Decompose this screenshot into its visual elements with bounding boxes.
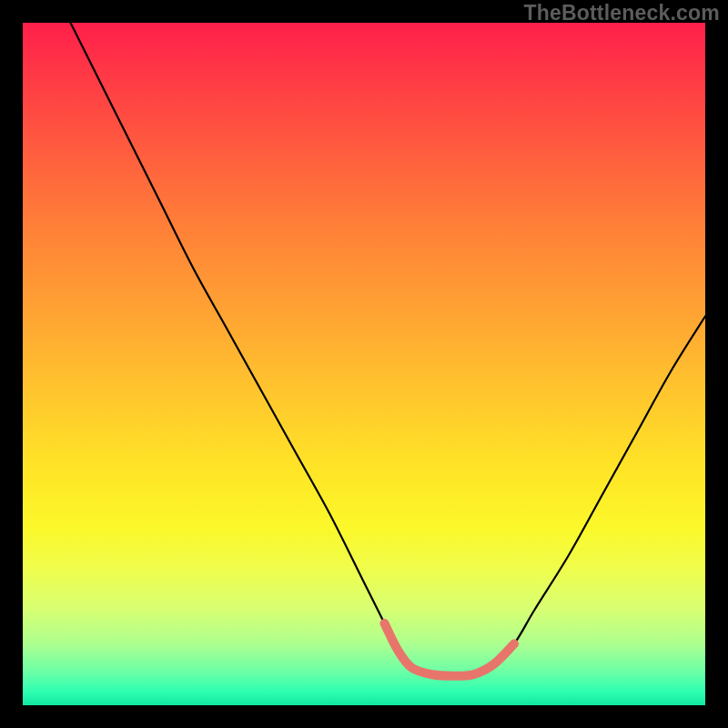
plot-area	[23, 23, 705, 705]
plot-svg	[23, 23, 705, 705]
optimal-range-marker	[385, 623, 515, 676]
chart-frame: TheBottleneck.com	[0, 0, 728, 728]
bottleneck-curve	[71, 23, 706, 676]
watermark-text: TheBottleneck.com	[523, 1, 720, 25]
